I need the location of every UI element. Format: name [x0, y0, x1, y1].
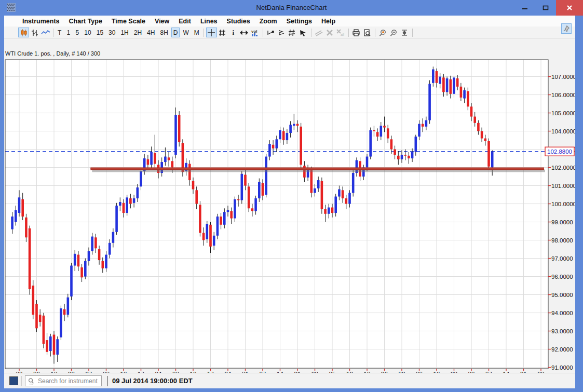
timeframe-d-button[interactable]: D: [171, 28, 180, 37]
line-chart-type-button[interactable]: [40, 28, 51, 37]
menu-item-view[interactable]: View: [150, 18, 174, 25]
zoom-in-button[interactable]: [377, 28, 388, 37]
parallel-channel-tool-button[interactable]: [287, 28, 298, 37]
timeframe-10-button[interactable]: 10: [82, 28, 93, 37]
search-box[interactable]: [25, 375, 102, 386]
y-axis-label: 105.0000: [551, 110, 575, 116]
candle-6: [32, 280, 35, 319]
info-button[interactable]: i: [228, 28, 239, 37]
search-input[interactable]: [37, 377, 99, 385]
candle-47: [174, 107, 177, 158]
fit-vertical-button[interactable]: [399, 28, 410, 37]
ohlc-bars-icon: [31, 29, 39, 37]
close-button[interactable]: [556, 0, 583, 16]
line-chart-icon: [41, 29, 50, 37]
candle-66: [241, 171, 243, 204]
y-axis-label: 95.0000: [551, 292, 573, 298]
candle-137: [487, 139, 490, 169]
crosshair-button[interactable]: [206, 28, 217, 37]
print-preview-button[interactable]: [362, 28, 373, 37]
timeframe-1-button[interactable]: 1: [64, 28, 72, 37]
timestamp: 09 Jul 2014 19:00:00 EDT: [112, 377, 193, 385]
search-icon: [28, 377, 35, 385]
maximize-button[interactable]: [535, 0, 556, 16]
menu-item-edit[interactable]: Edit: [174, 18, 196, 25]
candle-30: [115, 203, 118, 235]
app-window: NetDania FinanceChart InstrumentsChart T…: [0, 0, 583, 392]
zoom-out-button[interactable]: [388, 28, 399, 37]
remove-line-button[interactable]: [314, 28, 324, 37]
timeframe-m-button[interactable]: M: [192, 28, 201, 37]
candle-7: [35, 300, 38, 332]
trendline-flag-tool-button[interactable]: [276, 28, 287, 37]
timeframe-4h-button[interactable]: 4H: [145, 28, 157, 37]
candle-21: [84, 259, 87, 279]
timeframe-t-button[interactable]: T: [56, 28, 63, 37]
svg-text:all: all: [341, 33, 344, 36]
zoom-in-icon: [378, 29, 387, 37]
timeframe-5-button[interactable]: 5: [73, 28, 81, 37]
menu-item-settings[interactable]: Settings: [282, 18, 317, 25]
candle-9: [43, 313, 45, 348]
candle-14: [60, 306, 62, 341]
timeframe-1h-button[interactable]: 1H: [118, 28, 130, 37]
candlestick-chart-type-button[interactable]: [18, 28, 29, 37]
toolbar-separator: [204, 29, 204, 37]
timeframe-w-button[interactable]: W: [181, 28, 191, 37]
menu-item-studies[interactable]: Studies: [222, 18, 255, 25]
window-border-right[interactable]: [575, 16, 583, 392]
delete-all-studies-button[interactable]: all: [335, 28, 346, 37]
toolbar-separator: [375, 29, 375, 37]
candle-68: [248, 183, 250, 212]
delete-x-icon: [326, 29, 334, 37]
menu-item-help[interactable]: Help: [317, 18, 340, 25]
candle-98: [352, 170, 355, 197]
delete-study-button[interactable]: [324, 28, 335, 37]
candle-64: [234, 197, 236, 222]
grid-icon: [218, 29, 226, 37]
pointer-tool-button[interactable]: [298, 28, 309, 37]
minimize-button[interactable]: [514, 0, 535, 16]
menu-item-instruments[interactable]: Instruments: [18, 18, 64, 25]
y-axis-label: 96.0000: [551, 274, 573, 280]
last-price-label: 102.8800: [547, 148, 572, 155]
delete-all-icon: all: [336, 29, 346, 37]
print-preview-icon: [363, 29, 371, 37]
y-axis-label: 106.0000: [551, 92, 575, 98]
toolbar-separator: [53, 29, 53, 37]
timeframe-15-button[interactable]: 15: [94, 28, 105, 37]
svg-text:vol: vol: [251, 29, 257, 34]
menu-item-chart-type[interactable]: Chart Type: [64, 18, 107, 25]
toolbar-separator: [263, 29, 263, 37]
grid-button[interactable]: [217, 28, 228, 37]
y-axis-label: 98.0000: [551, 237, 573, 244]
horizontal-scroll-button[interactable]: [239, 28, 250, 37]
y-axis-label: 100.0000: [551, 201, 575, 207]
instrument-list-button[interactable]: [9, 376, 18, 385]
y-axis-label: 99.0000: [551, 219, 573, 225]
candlestick-chart[interactable]: 107.0000106.0000105.0000104.0000103.0000…: [4, 57, 575, 388]
timeframe-2h-button[interactable]: 2H: [132, 28, 144, 37]
candle-33: [126, 195, 128, 215]
maximize-icon: [543, 5, 549, 11]
statusbar-separator-dark: [107, 376, 108, 386]
timeframe-30-button[interactable]: 30: [106, 28, 117, 37]
timeframe-8h-button[interactable]: 8H: [158, 28, 170, 37]
print-button[interactable]: [351, 28, 362, 37]
volume-button[interactable]: vol: [250, 28, 261, 37]
zoom-out-icon: [389, 29, 398, 37]
menu-item-zoom[interactable]: Zoom: [255, 18, 282, 25]
candle-17: [70, 263, 73, 300]
window-title: NetDania FinanceChart: [0, 0, 583, 16]
double-line-icon: [314, 29, 323, 37]
ohlc-bars-chart-type-button[interactable]: [29, 28, 40, 37]
client-area: InstrumentsChart TypeTime ScaleViewEditL…: [4, 16, 575, 388]
y-axis-label: 101.0000: [551, 183, 575, 189]
trendline-tool-button[interactable]: [265, 28, 276, 37]
pin-panel-button[interactable]: [561, 23, 572, 34]
y-axis-label: 92.0000: [551, 346, 573, 353]
menu-item-lines[interactable]: Lines: [196, 18, 222, 25]
y-axis-label: 91.0000: [551, 364, 573, 371]
printer-icon: [352, 29, 360, 37]
menu-item-time-scale[interactable]: Time Scale: [107, 18, 150, 25]
